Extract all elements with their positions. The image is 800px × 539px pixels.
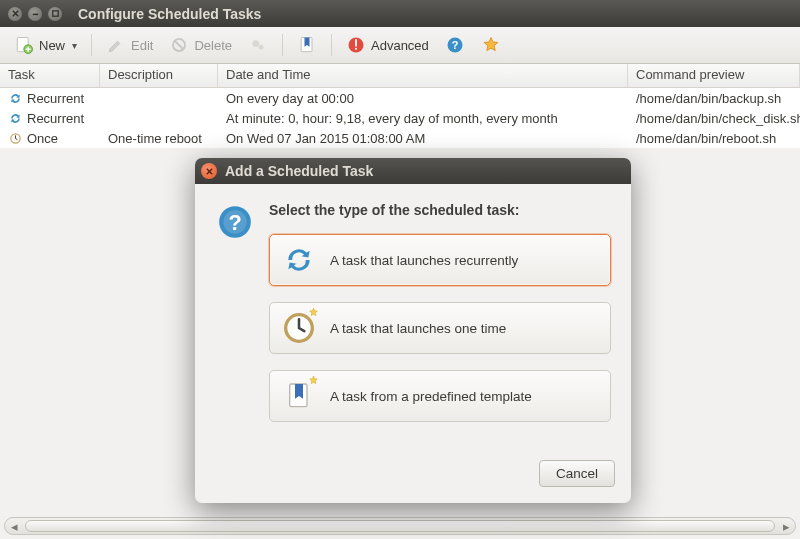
minimize-window-icon[interactable] xyxy=(28,7,42,21)
task-name: Once xyxy=(27,131,58,146)
separator xyxy=(282,34,283,56)
table-row[interactable]: Recurrent On every day at 00:00 /home/da… xyxy=(0,88,800,108)
help-button[interactable]: ? xyxy=(439,31,471,59)
cancel-button[interactable]: Cancel xyxy=(539,460,615,487)
new-badge-icon xyxy=(307,307,320,320)
separator xyxy=(91,34,92,56)
svg-rect-0 xyxy=(52,11,57,16)
window-controls xyxy=(8,7,62,21)
delete-label: Delete xyxy=(194,38,232,53)
new-badge-icon xyxy=(307,375,320,388)
horizontal-scrollbar[interactable]: ◂ ▸ xyxy=(4,517,796,535)
advanced-label: Advanced xyxy=(371,38,429,53)
svg-point-5 xyxy=(259,45,264,50)
table-row[interactable]: Once One-time reboot On Wed 07 Jan 2015 … xyxy=(0,128,800,148)
close-icon[interactable] xyxy=(201,163,217,179)
dialog-prompt: Select the type of the scheduled task: xyxy=(269,202,611,218)
col-datetime[interactable]: Date and Time xyxy=(218,64,628,87)
task-command: /home/dan/bin/check_disk.sh xyxy=(628,111,800,126)
separator xyxy=(331,34,332,56)
advanced-button[interactable]: Advanced xyxy=(340,31,435,59)
alert-icon xyxy=(346,35,366,55)
option-template[interactable]: A task from a predefined template xyxy=(269,370,611,422)
task-name: Recurrent xyxy=(27,111,84,126)
scroll-left-icon[interactable]: ◂ xyxy=(5,519,23,534)
option-recurrent[interactable]: A task that launches recurrently xyxy=(269,234,611,286)
clock-icon xyxy=(282,311,316,345)
once-icon xyxy=(8,131,23,146)
edit-label: Edit xyxy=(131,38,153,53)
template-button[interactable] xyxy=(291,31,323,59)
question-icon: ? xyxy=(215,202,255,242)
about-button[interactable] xyxy=(475,31,507,59)
task-command: /home/dan/bin/reboot.sh xyxy=(628,131,800,146)
scroll-thumb[interactable] xyxy=(25,520,775,532)
recurrent-icon xyxy=(8,111,23,126)
table-row[interactable]: Recurrent At minute: 0, hour: 9,18, ever… xyxy=(0,108,800,128)
svg-point-8 xyxy=(355,48,357,50)
col-description[interactable]: Description xyxy=(100,64,218,87)
task-command: /home/dan/bin/backup.sh xyxy=(628,91,800,106)
pencil-icon xyxy=(106,35,126,55)
add-task-dialog: Add a Scheduled Task ? Select the type o… xyxy=(195,158,631,503)
task-name: Recurrent xyxy=(27,91,84,106)
dialog-title: Add a Scheduled Task xyxy=(225,163,373,179)
maximize-window-icon[interactable] xyxy=(48,7,62,21)
svg-text:?: ? xyxy=(452,39,459,51)
recurrent-icon xyxy=(8,91,23,106)
titlebar: Configure Scheduled Tasks xyxy=(0,0,800,27)
template-icon xyxy=(282,379,316,413)
task-list: Recurrent On every day at 00:00 /home/da… xyxy=(0,88,800,148)
column-headers: Task Description Date and Time Command p… xyxy=(0,64,800,88)
dialog-titlebar: Add a Scheduled Task xyxy=(195,158,631,184)
run-button[interactable] xyxy=(242,31,274,59)
main-window: Configure Scheduled Tasks New ▾ Edit Del… xyxy=(0,0,800,539)
dropdown-icon[interactable]: ▾ xyxy=(72,40,77,51)
close-window-icon[interactable] xyxy=(8,7,22,21)
toolbar: New ▾ Edit Delete xyxy=(0,27,800,64)
option-label: A task from a predefined template xyxy=(330,389,532,404)
new-button[interactable]: New ▾ xyxy=(8,31,83,59)
task-datetime: At minute: 0, hour: 9,18, every day of m… xyxy=(218,111,628,126)
col-task[interactable]: Task xyxy=(0,64,100,87)
option-label: A task that launches one time xyxy=(330,321,506,336)
new-label: New xyxy=(39,38,65,53)
delete-button[interactable]: Delete xyxy=(163,31,238,59)
bookmark-icon xyxy=(297,35,317,55)
edit-button[interactable]: Edit xyxy=(100,31,159,59)
star-icon xyxy=(481,35,501,55)
scroll-right-icon[interactable]: ▸ xyxy=(777,519,795,534)
task-datetime: On every day at 00:00 xyxy=(218,91,628,106)
window-title: Configure Scheduled Tasks xyxy=(78,6,261,22)
new-icon xyxy=(14,35,34,55)
svg-text:?: ? xyxy=(228,210,241,235)
prohibit-icon xyxy=(169,35,189,55)
help-icon: ? xyxy=(445,35,465,55)
svg-point-4 xyxy=(252,40,259,47)
task-desc: One-time reboot xyxy=(100,131,218,146)
option-label: A task that launches recurrently xyxy=(330,253,518,268)
col-command[interactable]: Command preview xyxy=(628,64,800,87)
option-once[interactable]: A task that launches one time xyxy=(269,302,611,354)
task-datetime: On Wed 07 Jan 2015 01:08:00 AM xyxy=(218,131,628,146)
recurrent-icon xyxy=(282,243,316,277)
gears-icon xyxy=(248,35,268,55)
